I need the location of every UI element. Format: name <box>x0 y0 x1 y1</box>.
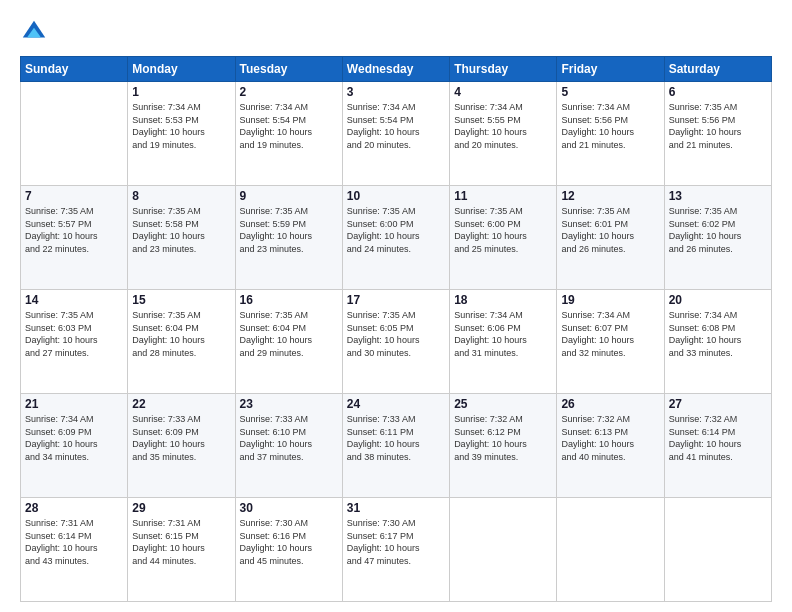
calendar-day-header: Monday <box>128 57 235 82</box>
day-number: 15 <box>132 293 230 307</box>
day-info: Sunrise: 7:35 AM Sunset: 6:05 PM Dayligh… <box>347 309 445 359</box>
day-number: 14 <box>25 293 123 307</box>
day-number: 16 <box>240 293 338 307</box>
day-info: Sunrise: 7:35 AM Sunset: 5:59 PM Dayligh… <box>240 205 338 255</box>
calendar-cell: 12Sunrise: 7:35 AM Sunset: 6:01 PM Dayli… <box>557 186 664 290</box>
calendar-cell: 19Sunrise: 7:34 AM Sunset: 6:07 PM Dayli… <box>557 290 664 394</box>
calendar-cell: 17Sunrise: 7:35 AM Sunset: 6:05 PM Dayli… <box>342 290 449 394</box>
day-number: 5 <box>561 85 659 99</box>
day-number: 2 <box>240 85 338 99</box>
calendar-week-row: 28Sunrise: 7:31 AM Sunset: 6:14 PM Dayli… <box>21 498 772 602</box>
calendar-cell: 3Sunrise: 7:34 AM Sunset: 5:54 PM Daylig… <box>342 82 449 186</box>
day-number: 21 <box>25 397 123 411</box>
calendar-cell: 14Sunrise: 7:35 AM Sunset: 6:03 PM Dayli… <box>21 290 128 394</box>
day-number: 6 <box>669 85 767 99</box>
calendar-cell <box>557 498 664 602</box>
day-number: 22 <box>132 397 230 411</box>
calendar-cell: 23Sunrise: 7:33 AM Sunset: 6:10 PM Dayli… <box>235 394 342 498</box>
day-number: 30 <box>240 501 338 515</box>
day-info: Sunrise: 7:32 AM Sunset: 6:14 PM Dayligh… <box>669 413 767 463</box>
day-info: Sunrise: 7:31 AM Sunset: 6:14 PM Dayligh… <box>25 517 123 567</box>
day-info: Sunrise: 7:35 AM Sunset: 6:00 PM Dayligh… <box>454 205 552 255</box>
day-number: 12 <box>561 189 659 203</box>
calendar-cell: 5Sunrise: 7:34 AM Sunset: 5:56 PM Daylig… <box>557 82 664 186</box>
day-number: 18 <box>454 293 552 307</box>
day-info: Sunrise: 7:35 AM Sunset: 6:02 PM Dayligh… <box>669 205 767 255</box>
day-info: Sunrise: 7:35 AM Sunset: 6:04 PM Dayligh… <box>132 309 230 359</box>
logo-icon <box>20 18 48 46</box>
day-info: Sunrise: 7:35 AM Sunset: 5:58 PM Dayligh… <box>132 205 230 255</box>
day-info: Sunrise: 7:35 AM Sunset: 5:57 PM Dayligh… <box>25 205 123 255</box>
calendar-table: SundayMondayTuesdayWednesdayThursdayFrid… <box>20 56 772 602</box>
day-info: Sunrise: 7:34 AM Sunset: 5:55 PM Dayligh… <box>454 101 552 151</box>
day-info: Sunrise: 7:30 AM Sunset: 6:16 PM Dayligh… <box>240 517 338 567</box>
day-info: Sunrise: 7:32 AM Sunset: 6:12 PM Dayligh… <box>454 413 552 463</box>
day-number: 25 <box>454 397 552 411</box>
calendar-cell <box>21 82 128 186</box>
calendar-cell: 30Sunrise: 7:30 AM Sunset: 6:16 PM Dayli… <box>235 498 342 602</box>
day-info: Sunrise: 7:35 AM Sunset: 6:03 PM Dayligh… <box>25 309 123 359</box>
logo <box>20 18 52 46</box>
calendar-cell: 28Sunrise: 7:31 AM Sunset: 6:14 PM Dayli… <box>21 498 128 602</box>
day-number: 23 <box>240 397 338 411</box>
day-number: 31 <box>347 501 445 515</box>
day-info: Sunrise: 7:34 AM Sunset: 6:07 PM Dayligh… <box>561 309 659 359</box>
calendar-day-header: Friday <box>557 57 664 82</box>
day-info: Sunrise: 7:33 AM Sunset: 6:10 PM Dayligh… <box>240 413 338 463</box>
day-info: Sunrise: 7:35 AM Sunset: 6:04 PM Dayligh… <box>240 309 338 359</box>
day-number: 24 <box>347 397 445 411</box>
calendar-week-row: 1Sunrise: 7:34 AM Sunset: 5:53 PM Daylig… <box>21 82 772 186</box>
day-info: Sunrise: 7:35 AM Sunset: 6:00 PM Dayligh… <box>347 205 445 255</box>
day-number: 27 <box>669 397 767 411</box>
day-info: Sunrise: 7:30 AM Sunset: 6:17 PM Dayligh… <box>347 517 445 567</box>
day-info: Sunrise: 7:34 AM Sunset: 5:54 PM Dayligh… <box>240 101 338 151</box>
calendar-cell: 16Sunrise: 7:35 AM Sunset: 6:04 PM Dayli… <box>235 290 342 394</box>
day-info: Sunrise: 7:34 AM Sunset: 5:54 PM Dayligh… <box>347 101 445 151</box>
calendar-cell <box>450 498 557 602</box>
day-number: 17 <box>347 293 445 307</box>
calendar-cell: 27Sunrise: 7:32 AM Sunset: 6:14 PM Dayli… <box>664 394 771 498</box>
day-info: Sunrise: 7:33 AM Sunset: 6:09 PM Dayligh… <box>132 413 230 463</box>
day-number: 4 <box>454 85 552 99</box>
calendar-day-header: Wednesday <box>342 57 449 82</box>
calendar-cell: 15Sunrise: 7:35 AM Sunset: 6:04 PM Dayli… <box>128 290 235 394</box>
calendar-week-row: 7Sunrise: 7:35 AM Sunset: 5:57 PM Daylig… <box>21 186 772 290</box>
calendar-cell: 11Sunrise: 7:35 AM Sunset: 6:00 PM Dayli… <box>450 186 557 290</box>
calendar-cell: 6Sunrise: 7:35 AM Sunset: 5:56 PM Daylig… <box>664 82 771 186</box>
day-number: 7 <box>25 189 123 203</box>
header <box>20 18 772 46</box>
calendar-cell: 2Sunrise: 7:34 AM Sunset: 5:54 PM Daylig… <box>235 82 342 186</box>
day-info: Sunrise: 7:35 AM Sunset: 5:56 PM Dayligh… <box>669 101 767 151</box>
day-number: 11 <box>454 189 552 203</box>
calendar-day-header: Sunday <box>21 57 128 82</box>
calendar-cell: 7Sunrise: 7:35 AM Sunset: 5:57 PM Daylig… <box>21 186 128 290</box>
calendar-cell: 22Sunrise: 7:33 AM Sunset: 6:09 PM Dayli… <box>128 394 235 498</box>
day-number: 3 <box>347 85 445 99</box>
day-number: 1 <box>132 85 230 99</box>
calendar-cell: 31Sunrise: 7:30 AM Sunset: 6:17 PM Dayli… <box>342 498 449 602</box>
day-number: 20 <box>669 293 767 307</box>
day-number: 28 <box>25 501 123 515</box>
page: SundayMondayTuesdayWednesdayThursdayFrid… <box>0 0 792 612</box>
calendar-cell: 26Sunrise: 7:32 AM Sunset: 6:13 PM Dayli… <box>557 394 664 498</box>
day-info: Sunrise: 7:34 AM Sunset: 6:09 PM Dayligh… <box>25 413 123 463</box>
day-info: Sunrise: 7:34 AM Sunset: 5:56 PM Dayligh… <box>561 101 659 151</box>
calendar-week-row: 14Sunrise: 7:35 AM Sunset: 6:03 PM Dayli… <box>21 290 772 394</box>
day-info: Sunrise: 7:34 AM Sunset: 6:08 PM Dayligh… <box>669 309 767 359</box>
calendar-cell: 18Sunrise: 7:34 AM Sunset: 6:06 PM Dayli… <box>450 290 557 394</box>
day-info: Sunrise: 7:32 AM Sunset: 6:13 PM Dayligh… <box>561 413 659 463</box>
calendar-cell: 24Sunrise: 7:33 AM Sunset: 6:11 PM Dayli… <box>342 394 449 498</box>
calendar-header-row: SundayMondayTuesdayWednesdayThursdayFrid… <box>21 57 772 82</box>
day-number: 9 <box>240 189 338 203</box>
calendar-cell: 13Sunrise: 7:35 AM Sunset: 6:02 PM Dayli… <box>664 186 771 290</box>
calendar-cell: 9Sunrise: 7:35 AM Sunset: 5:59 PM Daylig… <box>235 186 342 290</box>
calendar-day-header: Thursday <box>450 57 557 82</box>
calendar-day-header: Tuesday <box>235 57 342 82</box>
calendar-cell: 1Sunrise: 7:34 AM Sunset: 5:53 PM Daylig… <box>128 82 235 186</box>
calendar-cell: 25Sunrise: 7:32 AM Sunset: 6:12 PM Dayli… <box>450 394 557 498</box>
calendar-day-header: Saturday <box>664 57 771 82</box>
calendar-cell: 21Sunrise: 7:34 AM Sunset: 6:09 PM Dayli… <box>21 394 128 498</box>
calendar-cell: 8Sunrise: 7:35 AM Sunset: 5:58 PM Daylig… <box>128 186 235 290</box>
day-number: 10 <box>347 189 445 203</box>
day-info: Sunrise: 7:31 AM Sunset: 6:15 PM Dayligh… <box>132 517 230 567</box>
